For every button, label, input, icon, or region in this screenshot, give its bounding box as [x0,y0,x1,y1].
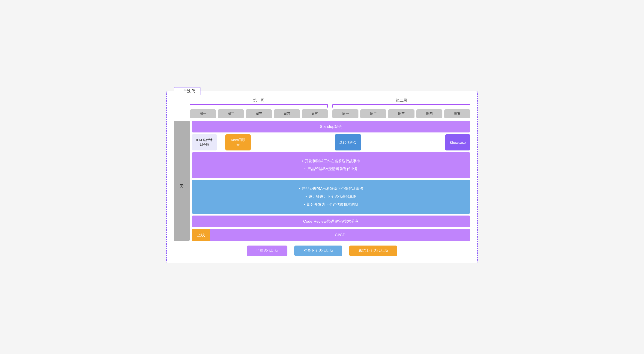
launch-box: 上线 [192,229,210,241]
showcase-box: Showcase [445,134,470,150]
purple-line2: 产品经理/BA澄清当前迭代业务 [304,165,358,173]
ipm-box: IPM 迭代计划会议 [192,134,217,150]
week2-block: 第二周 周一 周二 周三 周四 周五 [332,98,470,118]
meetings-row: IPM 迭代计划会议 Retro回顾会 迭代估算会 Showcase [192,134,470,150]
legend-prepare: 准备下个迭代活动 [294,245,342,256]
purple-dev-block: 开发和测试工作在当前迭代故事卡 产品经理/BA澄清当前迭代业务 [192,152,470,178]
cicd-row: 上线 CI/CD [192,229,470,241]
w2-day2: 周二 [360,109,386,118]
week1-label: 第一周 [190,98,328,103]
legend-current: 当前迭代活动 [247,245,288,256]
one-day-label: 一天 [179,180,184,182]
body-section: 一天 Standup站会 IPM 迭代计划会议 Retro回顾会 迭代估算会 [174,121,470,241]
main-content: Standup站会 IPM 迭代计划会议 Retro回顾会 迭代估算会 Show… [192,121,470,241]
w1-day5: 周五 [302,109,328,118]
week2-days: 周一 周二 周三 周四 周五 [332,109,470,118]
w1-day3: 周三 [246,109,272,118]
estimation-label: 迭代估算会 [339,140,356,145]
right-spacer [363,134,443,150]
w2-day5: 周五 [444,109,470,118]
cicd-box: CI/CD [210,229,470,241]
blue-line2: 设计师设计下个迭代高保真图 [306,193,356,200]
w2-day4: 周四 [416,109,442,118]
week2-label: 第二周 [332,98,470,103]
w1-day1: 周一 [190,109,216,118]
left-spacer [174,98,190,118]
w2-day1: 周一 [332,109,358,118]
iteration-label: 一个迭代 [174,87,200,95]
blue-prep-block: 产品经理/BA分析准备下个迭代故事卡 设计师设计下个迭代高保真图 部分开发为下个… [192,180,470,214]
week2-bracket [332,104,470,108]
ipm-label: IPM 迭代计划会议 [196,138,213,147]
blue-line1: 产品经理/BA分析准备下个迭代故事卡 [299,185,363,192]
iteration-diagram: 一个迭代 第一周 周一 周二 周三 周四 周五 [166,91,478,263]
week1-block: 第一周 周一 周二 周三 周四 周五 [190,98,328,118]
purple-line1: 开发和测试工作在当前迭代故事卡 [302,157,360,165]
weeks-container: 第一周 周一 周二 周三 周四 周五 第二周 [190,98,470,118]
standup-bar: Standup站会 [192,121,470,132]
header-section: 第一周 周一 周二 周三 周四 周五 第二周 [174,98,470,118]
week1-days: 周一 周二 周三 周四 周五 [190,109,328,118]
estimation-box: 迭代估算会 [335,134,361,150]
legend-row: 当前迭代活动 准备下个迭代活动 总结上个迭代活动 [174,245,470,256]
spacer1 [219,134,224,150]
retro-box: Retro回顾会 [225,134,251,150]
w2-day3: 周三 [388,109,414,118]
retro-label: Retro回顾会 [231,138,245,147]
code-review-bar: Code Review代码评审/技术分享 [192,216,470,227]
weeks-header: 第一周 周一 周二 周三 周四 周五 第二周 [190,98,470,118]
middle-spacer [252,134,333,150]
w1-day4: 周四 [274,109,300,118]
side-label-col: 一天 [174,121,190,241]
legend-summary: 总结上个迭代活动 [349,245,397,256]
showcase-label: Showcase [450,141,466,144]
week1-bracket [190,104,328,108]
w1-day2: 周二 [218,109,244,118]
blue-line3: 部分开发为下个迭代做技术调研 [304,201,358,208]
